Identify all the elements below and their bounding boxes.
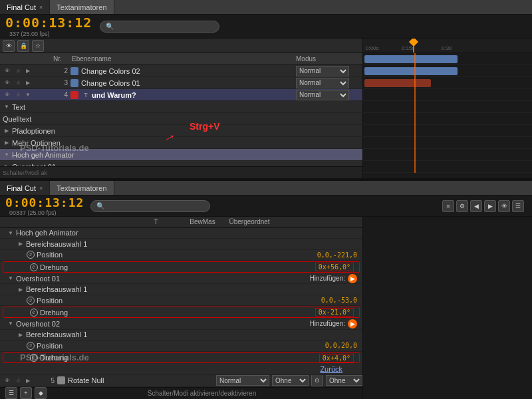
- layer5-row[interactable]: 👁 ☆ ▶ 5 Rotate Null Normal Ohne ⊙ O: [0, 375, 362, 387]
- expand-hoch-bottom[interactable]: ▼: [7, 229, 15, 237]
- solo-4[interactable]: ☆: [13, 90, 23, 100]
- bottom-buttons: ☰ + ◆: [5, 387, 47, 399]
- ohne-select-5b[interactable]: Ohne: [326, 375, 362, 386]
- over01-row: ▼ Overshoot 01 Hinzufügen: ▶: [0, 273, 362, 285]
- expand-text[interactable]: ▼: [3, 103, 11, 111]
- ohne-select-5a[interactable]: Ohne: [272, 375, 309, 386]
- zuruck-link[interactable]: Zurück: [320, 365, 342, 373]
- hoch-geh-animator-row: ▼ Hoch geh Animator: [0, 228, 362, 239]
- tab-final-cut-bottom-label: Final Cut: [7, 184, 36, 192]
- eye-5[interactable]: 👁: [3, 376, 12, 385]
- modus-select-2[interactable]: Normal: [296, 66, 349, 76]
- btn-menu[interactable]: ☰: [512, 200, 524, 212]
- pos-over01-label: Position: [37, 297, 63, 305]
- hoch-geh-bottom-label: Hoch geh Animator: [16, 229, 78, 237]
- layer5-btn[interactable]: ⊙: [311, 374, 323, 386]
- pfadoptionen-label: Pfadoptionen: [12, 127, 55, 135]
- tab-final-cut-label: Final Cut: [7, 3, 36, 11]
- timecode-top: 0:00:13:12 337 (25.00 fps): [5, 15, 92, 38]
- tab-close-top[interactable]: ×: [39, 4, 43, 11]
- bottom-status-bar: ☰ + ◆ Schalter/Modi aktivieren/deaktivie…: [0, 387, 362, 399]
- hinzufuegen-02-label: Hinzufügen:: [310, 320, 345, 327]
- ruler-0s: 0:00s: [366, 45, 379, 51]
- expand-hoch-geh[interactable]: ▼: [3, 151, 11, 159]
- search-input-bottom[interactable]: [90, 200, 210, 212]
- solo-5[interactable]: ☆: [13, 376, 23, 385]
- tab-final-cut-bottom[interactable]: Final Cut ×: [0, 181, 50, 195]
- sub-text[interactable]: ▼ Text: [0, 101, 362, 113]
- tab-final-cut-top[interactable]: Final Cut ×: [0, 0, 50, 14]
- expand-bereich-over01[interactable]: ▶: [17, 285, 25, 293]
- clock-dreh-over01: ⏱: [30, 309, 38, 317]
- modus-select-5[interactable]: Normal: [216, 375, 269, 386]
- btn-sort[interactable]: ≡: [442, 200, 454, 212]
- expand-pfad[interactable]: ▶: [3, 127, 11, 135]
- layer-name-4: und Warum?: [92, 91, 296, 99]
- solo-3[interactable]: ☆: [13, 78, 23, 88]
- expand-4[interactable]: ▼: [24, 91, 32, 99]
- track-hoch: [363, 137, 532, 149]
- solo-2[interactable]: ☆: [13, 66, 23, 76]
- track-mehr: [363, 125, 532, 137]
- bottom-btn-3[interactable]: ◆: [35, 387, 47, 399]
- btn-eye2[interactable]: 👁: [498, 200, 510, 212]
- eye-toggle[interactable]: 👁: [3, 40, 15, 52]
- timecode-bar-bottom: 0:00:13:12 00337 (25.00 fps) ≡ ⚙ ◀ ▶ 👁 ☰: [0, 196, 532, 217]
- bottom-btn-1[interactable]: ☰: [5, 387, 17, 399]
- hinzufuegen-02-btn[interactable]: ▶: [348, 319, 357, 329]
- layer-color-4: [70, 91, 78, 99]
- bottom-toolbar-icons: ≡ ⚙ ◀ ▶ 👁 ☰: [442, 200, 527, 212]
- clock-dreh-hoch: ⏱: [30, 263, 38, 271]
- expand-3[interactable]: ▶: [24, 79, 32, 87]
- expand-over02-bottom[interactable]: ▼: [7, 320, 15, 328]
- bereich-over02-label: Bereichsauswahl 1: [26, 331, 87, 338]
- bottom-btn-2[interactable]: +: [20, 387, 32, 399]
- lock-toggle[interactable]: 🔒: [17, 40, 29, 52]
- layer-modus-2: Normal: [296, 66, 362, 76]
- btn-gear[interactable]: ⚙: [456, 200, 468, 212]
- tab-textanimatoren-bottom[interactable]: Textanimatoren: [50, 181, 114, 195]
- expand-bereich-hoch[interactable]: ▶: [17, 240, 25, 248]
- dreh-hoch-value[interactable]: 0x+56,0°: [315, 263, 354, 271]
- annotation-strgv: Strg+V: [190, 121, 220, 132]
- expand-2[interactable]: ▶: [24, 67, 32, 75]
- sub-quelltext[interactable]: Quelltext: [0, 113, 362, 125]
- search-input-top[interactable]: [100, 21, 219, 33]
- btn-prev[interactable]: ◀: [470, 200, 482, 212]
- eye-3[interactable]: 👁: [3, 78, 12, 88]
- sub-pfadoptionen[interactable]: ▶ Pfadoptionen: [0, 125, 362, 137]
- layer-controls-4: 👁 ☆ ▼: [3, 90, 56, 100]
- layer-row-3[interactable]: 👁 ☆ ▶ 3 Change Colors 01 Normal: [0, 77, 362, 89]
- expand-5[interactable]: ▶: [24, 376, 32, 384]
- hinzufuegen-01-btn[interactable]: ▶: [348, 274, 357, 283]
- modus-select-4[interactable]: Normal: [296, 90, 349, 100]
- eye-2[interactable]: 👁: [3, 66, 12, 76]
- layer-row-2[interactable]: 👁 ☆ ▶ 2 Change Colors 02 Normal: [0, 65, 362, 77]
- bereich-over01-label: Bereichsauswahl 1: [26, 285, 87, 293]
- solo-toggle[interactable]: ☆: [32, 40, 44, 52]
- tab-textanimatoren-top[interactable]: Textanimatoren: [50, 0, 114, 14]
- expand-bereich-over02[interactable]: ▶: [17, 331, 25, 338]
- pos-over02-value[interactable]: 0,0,20,0: [325, 342, 357, 349]
- eye-4[interactable]: 👁: [3, 90, 12, 100]
- pos-hoch-value[interactable]: 0,0,-221,0: [317, 251, 357, 259]
- layer-type-icon-4: T: [81, 90, 90, 100]
- modus-select-3[interactable]: Normal: [296, 78, 349, 88]
- tab-close-bottom[interactable]: ×: [39, 185, 43, 192]
- ruler-30s: 0:30: [442, 45, 452, 51]
- expand-mehr[interactable]: ▶: [3, 139, 11, 147]
- clock-pos-over02: ⏱: [27, 342, 35, 350]
- col-headers-bottom: T BewMas Übergeordnet: [0, 217, 362, 228]
- dreh-over02-value[interactable]: 0x+4,0°: [319, 354, 354, 362]
- track-3: [363, 65, 532, 77]
- layer-row-4[interactable]: 👁 ☆ ▼ 4 T und Warum? Normal: [0, 89, 362, 101]
- pos-over01-value[interactable]: 0,0,-53,0: [321, 297, 357, 304]
- sub-overshoot01[interactable]: ▶ Overshoot 01: [0, 161, 362, 166]
- dreh-over01-value[interactable]: 0x-21,0°: [315, 308, 354, 317]
- layer-nr-2: 2: [56, 67, 70, 74]
- btn-next[interactable]: ▶: [484, 200, 496, 212]
- col-name-label: Ebenenname: [72, 55, 296, 63]
- top-toolbar: 👁 🔒 ☆: [0, 39, 362, 53]
- dreh-over01-row: ⏱ Drehung 0x-21,0°: [3, 307, 360, 318]
- expand-over01-bottom[interactable]: ▼: [7, 275, 15, 283]
